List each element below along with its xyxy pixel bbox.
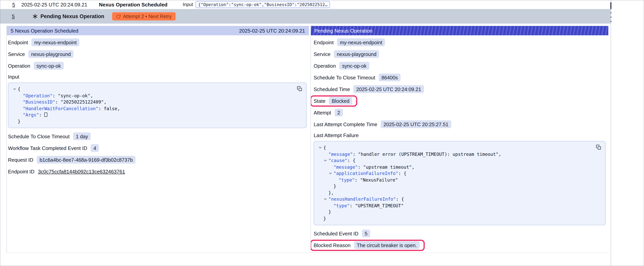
field-label: Operation: [314, 63, 336, 69]
json-line: "cause": {: [318, 157, 601, 164]
event-id-link[interactable]: 5: [12, 14, 14, 19]
field-label: Operation: [8, 63, 30, 69]
json-token: :: [353, 151, 358, 157]
collapse-chevron-icon[interactable]: [318, 196, 328, 202]
field-label: Scheduled Time: [314, 86, 350, 92]
event-row-pending[interactable]: 5 Pending Nexus Operation Attempt 2 • Ne…: [0, 9, 611, 24]
json-key: "BusinessID": [23, 99, 55, 105]
input-preview-chip[interactable]: {"Operation":"sync-op-ok","BusinessID":"…: [196, 1, 330, 8]
json-token: :: [52, 93, 58, 98]
collapse-chevron-icon[interactable]: [318, 144, 323, 151]
retry-icon: [116, 14, 121, 19]
field-value-link[interactable]: 3c0c75ccfa8144b092c13ce632463761: [38, 168, 125, 174]
event-id-link[interactable]: 5: [12, 2, 15, 8]
json-line: }: [318, 183, 601, 190]
field-value-badge: sync-op-ok: [339, 62, 369, 70]
field-value-badge: sync-op-ok: [34, 62, 64, 70]
input-json-viewer: {"Operation": "sync-op-ok","BusinessID":…: [8, 83, 306, 128]
pending-panel-title: Pending Nexus Operation: [314, 28, 372, 34]
field-value-badge: Blocked: [329, 97, 352, 105]
field-value-badge: 2025-02-25 UTC 20:25:27.51: [381, 120, 451, 128]
json-key: "type": [338, 177, 355, 182]
field-value-badge: nexus-playground: [28, 50, 74, 58]
json-token: {: [323, 145, 326, 150]
json-key: "applicationFailureInfo": [334, 171, 398, 176]
scroll-dot: [610, 17, 612, 18]
annotation-highlight: Blocked ReasonThe circuit breaker is ope…: [311, 239, 425, 251]
json-token: :: [358, 164, 363, 170]
collapse-chevron-icon[interactable]: [318, 170, 334, 177]
json-line: "applicationFailureInfo": {: [318, 170, 601, 177]
json-key: "message": [334, 164, 358, 170]
field-label: Last Attempt Complete Time: [314, 121, 377, 127]
json-key: "type": [334, 203, 350, 208]
field-label: Workflow Task Completed Event ID: [8, 145, 87, 151]
event-title: Nexus Operation Scheduled: [99, 2, 168, 8]
collapse-chevron-icon[interactable]: [12, 86, 18, 92]
field-label: Service: [314, 51, 330, 57]
annotation-highlight: StateBlocked: [311, 95, 357, 107]
field-label: Endpoint ID: [8, 168, 34, 174]
event-row-scheduled[interactable]: 5 2025-02-25 UTC 20:24:09.21 Nexus Opera…: [0, 0, 611, 9]
content-right-divider: [611, 0, 611, 266]
failure-section-label: Last Attempt Failure: [314, 130, 604, 140]
field-row: Workflow Task Completed Event ID4: [8, 142, 306, 154]
field-row: Scheduled Time2025-02-25 UTC 20:24:09.21: [314, 83, 604, 95]
field-row: Endpointmy-nexus-endpoint: [314, 37, 604, 48]
json-token: "upstream timeout",: [363, 164, 414, 170]
json-line: "BusinessID": "20250225122409",: [12, 99, 302, 105]
copy-button[interactable]: [596, 144, 601, 150]
json-key: "HandlerWaitForCancellation": [23, 106, 98, 111]
copy-button[interactable]: [297, 86, 302, 92]
scrollbar-thumb[interactable]: [610, 2, 612, 9]
field-row: Scheduled Event ID5: [314, 227, 604, 239]
field-value-badge: b1c6a4bc-8ee7-468a-9169-df3b02c8737b: [37, 156, 136, 164]
field-value-badge: 86400s: [379, 74, 400, 81]
pending-event-title: Pending Nexus Operation: [40, 14, 104, 19]
field-value-badge: my-nexus-endpoint: [337, 39, 385, 46]
field-row: StateBlocked: [314, 95, 604, 107]
json-line: {: [318, 144, 601, 151]
pending-asterisk-icon: [32, 14, 38, 19]
json-line: "nexusHandlerFailureInfo": {: [318, 196, 601, 202]
json-token: },: [328, 190, 334, 195]
scheduled-panel-header: 5 Nexus Operation Scheduled 2025-02-25 U…: [7, 26, 309, 35]
json-key: "cause": [328, 158, 347, 163]
json-token: false,: [104, 106, 120, 111]
json-token: "UPSTREAM_TIMEOUT": [355, 203, 404, 208]
empty-array-icon: [44, 113, 48, 117]
scheduled-panel-title: 5 Nexus Operation Scheduled: [11, 28, 78, 34]
field-row: Servicenexus-playground: [8, 48, 306, 60]
json-token: "handler error (UPSTREAM_TIMEOUT): upstr…: [358, 151, 501, 157]
input-label: Input: [183, 2, 193, 7]
field-row: Attempt2: [314, 107, 604, 118]
field-value-badge: 4: [91, 144, 99, 152]
field-row: Request IDb1c6a4bc-8ee7-468a-9169-df3b02…: [8, 154, 306, 166]
field-value-badge: my-nexus-endpoint: [32, 39, 80, 46]
field-value-badge: nexus-playground: [334, 50, 379, 58]
copy-icon: [297, 86, 302, 92]
failure-json-viewer: {"message": "handler error (UPSTREAM_TIM…: [314, 141, 606, 225]
field-label: Attempt: [314, 110, 331, 115]
json-token: :: [347, 158, 353, 163]
json-line: "type": "NexusFailure": [318, 177, 601, 183]
json-key: "nexusHandlerFailureInfo": [328, 196, 396, 202]
json-token: {: [401, 196, 404, 202]
scroll-dot: [610, 12, 612, 13]
scheduled-detail-panel: 5 Nexus Operation Scheduled 2025-02-25 U…: [7, 26, 311, 252]
field-label: State: [314, 98, 326, 104]
json-line: }: [318, 209, 601, 215]
field-value-badge: 5: [362, 229, 370, 237]
field-label: Schedule To Close Timeout: [8, 133, 70, 139]
field-label: Service: [8, 51, 25, 57]
json-line: "message": "handler error (UPSTREAM_TIME…: [318, 151, 601, 157]
json-token: :: [55, 99, 60, 105]
field-row: Schedule To Close Timeout86400s: [314, 72, 604, 83]
scheduled-panel-time: 2025-02-25 UTC 20:24:09.21: [239, 28, 305, 34]
field-value-badge: 1 day: [73, 132, 91, 140]
json-line: "message": "upstream timeout",: [318, 164, 601, 170]
json-token: :: [39, 112, 44, 118]
collapse-chevron-icon[interactable]: [318, 157, 328, 164]
pending-panel-header: Pending Nexus Operation: [311, 26, 608, 35]
json-token: }: [328, 209, 331, 215]
